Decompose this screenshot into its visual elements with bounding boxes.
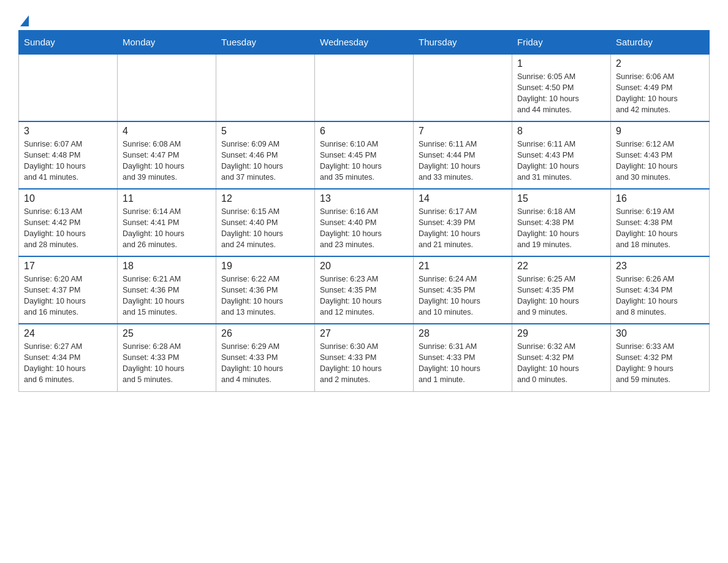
- day-cell: 7Sunrise: 6:11 AM Sunset: 4:44 PM Daylig…: [414, 121, 512, 189]
- day-cell: 11Sunrise: 6:14 AM Sunset: 4:41 PM Dayli…: [118, 189, 216, 256]
- day-info: Sunrise: 6:14 AM Sunset: 4:41 PM Dayligh…: [123, 206, 211, 251]
- day-info: Sunrise: 6:12 AM Sunset: 4:43 PM Dayligh…: [616, 139, 704, 183]
- day-info: Sunrise: 6:08 AM Sunset: 4:47 PM Dayligh…: [123, 139, 211, 183]
- day-cell: 8Sunrise: 6:11 AM Sunset: 4:43 PM Daylig…: [512, 121, 611, 189]
- day-number: 6: [320, 126, 408, 137]
- day-number: 27: [320, 328, 408, 339]
- day-info: Sunrise: 6:10 AM Sunset: 4:45 PM Dayligh…: [320, 139, 408, 183]
- day-info: Sunrise: 6:30 AM Sunset: 4:33 PM Dayligh…: [320, 341, 408, 386]
- day-cell: 30Sunrise: 6:33 AM Sunset: 4:32 PM Dayli…: [611, 324, 710, 391]
- day-info: Sunrise: 6:16 AM Sunset: 4:40 PM Dayligh…: [320, 206, 408, 251]
- day-info: Sunrise: 6:18 AM Sunset: 4:38 PM Dayligh…: [517, 206, 605, 251]
- week-row-2: 3Sunrise: 6:07 AM Sunset: 4:48 PM Daylig…: [19, 121, 710, 189]
- day-cell: 17Sunrise: 6:20 AM Sunset: 4:37 PM Dayli…: [19, 256, 118, 324]
- day-info: Sunrise: 6:21 AM Sunset: 4:36 PM Dayligh…: [123, 274, 211, 318]
- day-info: Sunrise: 6:20 AM Sunset: 4:37 PM Dayligh…: [24, 274, 112, 318]
- day-number: 18: [123, 261, 211, 272]
- day-cell: 20Sunrise: 6:23 AM Sunset: 4:35 PM Dayli…: [315, 256, 414, 324]
- day-number: 24: [24, 328, 112, 339]
- day-number: 9: [616, 126, 704, 137]
- day-number: 4: [123, 126, 211, 137]
- day-cell: 25Sunrise: 6:28 AM Sunset: 4:33 PM Dayli…: [118, 324, 216, 391]
- day-info: Sunrise: 6:13 AM Sunset: 4:42 PM Dayligh…: [24, 206, 112, 251]
- day-cell: 28Sunrise: 6:31 AM Sunset: 4:33 PM Dayli…: [414, 324, 512, 391]
- day-cell: 10Sunrise: 6:13 AM Sunset: 4:42 PM Dayli…: [19, 189, 118, 256]
- day-cell: 5Sunrise: 6:09 AM Sunset: 4:46 PM Daylig…: [216, 121, 315, 189]
- day-info: Sunrise: 6:19 AM Sunset: 4:38 PM Dayligh…: [616, 206, 704, 251]
- weekday-header-thursday: Thursday: [414, 31, 512, 55]
- weekday-header-friday: Friday: [512, 31, 611, 55]
- day-number: 25: [123, 328, 211, 339]
- day-cell: 12Sunrise: 6:15 AM Sunset: 4:40 PM Dayli…: [216, 189, 315, 256]
- week-row-3: 10Sunrise: 6:13 AM Sunset: 4:42 PM Dayli…: [19, 189, 710, 256]
- day-number: 12: [221, 193, 309, 204]
- day-cell: 1Sunrise: 6:05 AM Sunset: 4:50 PM Daylig…: [512, 54, 611, 121]
- day-cell: 29Sunrise: 6:32 AM Sunset: 4:32 PM Dayli…: [512, 324, 611, 391]
- day-cell: [118, 54, 216, 121]
- day-cell: 21Sunrise: 6:24 AM Sunset: 4:35 PM Dayli…: [414, 256, 512, 324]
- day-number: 21: [419, 261, 507, 272]
- day-cell: 27Sunrise: 6:30 AM Sunset: 4:33 PM Dayli…: [315, 324, 414, 391]
- day-info: Sunrise: 6:22 AM Sunset: 4:36 PM Dayligh…: [221, 274, 309, 318]
- day-number: 14: [419, 193, 507, 204]
- day-number: 19: [221, 261, 309, 272]
- day-number: 22: [517, 261, 605, 272]
- day-number: 29: [517, 328, 605, 339]
- day-info: Sunrise: 6:23 AM Sunset: 4:35 PM Dayligh…: [320, 274, 408, 318]
- day-number: 2: [616, 58, 704, 69]
- day-info: Sunrise: 6:29 AM Sunset: 4:33 PM Dayligh…: [221, 341, 309, 386]
- weekday-header-tuesday: Tuesday: [216, 31, 315, 55]
- calendar-table: SundayMondayTuesdayWednesdayThursdayFrid…: [18, 30, 710, 392]
- day-number: 8: [517, 126, 605, 137]
- day-cell: 15Sunrise: 6:18 AM Sunset: 4:38 PM Dayli…: [512, 189, 611, 256]
- day-number: 5: [221, 126, 309, 137]
- week-row-5: 24Sunrise: 6:27 AM Sunset: 4:34 PM Dayli…: [19, 324, 710, 391]
- day-cell: 3Sunrise: 6:07 AM Sunset: 4:48 PM Daylig…: [19, 121, 118, 189]
- page-header: [18, 12, 710, 24]
- day-number: 3: [24, 126, 112, 137]
- day-number: 17: [24, 261, 112, 272]
- day-info: Sunrise: 6:25 AM Sunset: 4:35 PM Dayligh…: [517, 274, 605, 318]
- day-info: Sunrise: 6:32 AM Sunset: 4:32 PM Dayligh…: [517, 341, 605, 386]
- day-cell: 13Sunrise: 6:16 AM Sunset: 4:40 PM Dayli…: [315, 189, 414, 256]
- day-info: Sunrise: 6:31 AM Sunset: 4:33 PM Dayligh…: [419, 341, 507, 386]
- day-number: 20: [320, 261, 408, 272]
- day-number: 30: [616, 328, 704, 339]
- day-info: Sunrise: 6:26 AM Sunset: 4:34 PM Dayligh…: [616, 274, 704, 318]
- day-cell: 16Sunrise: 6:19 AM Sunset: 4:38 PM Dayli…: [611, 189, 710, 256]
- day-cell: 23Sunrise: 6:26 AM Sunset: 4:34 PM Dayli…: [611, 256, 710, 324]
- day-number: 23: [616, 261, 704, 272]
- day-number: 13: [320, 193, 408, 204]
- day-cell: 24Sunrise: 6:27 AM Sunset: 4:34 PM Dayli…: [19, 324, 118, 391]
- day-info: Sunrise: 6:17 AM Sunset: 4:39 PM Dayligh…: [419, 206, 507, 251]
- week-row-1: 1Sunrise: 6:05 AM Sunset: 4:50 PM Daylig…: [19, 54, 710, 121]
- day-info: Sunrise: 6:27 AM Sunset: 4:34 PM Dayligh…: [24, 341, 112, 386]
- weekday-header-wednesday: Wednesday: [315, 31, 414, 55]
- day-cell: 18Sunrise: 6:21 AM Sunset: 4:36 PM Dayli…: [118, 256, 216, 324]
- day-info: Sunrise: 6:24 AM Sunset: 4:35 PM Dayligh…: [419, 274, 507, 318]
- weekday-header-monday: Monday: [118, 31, 216, 55]
- day-cell: 19Sunrise: 6:22 AM Sunset: 4:36 PM Dayli…: [216, 256, 315, 324]
- day-info: Sunrise: 6:05 AM Sunset: 4:50 PM Dayligh…: [517, 71, 605, 116]
- day-cell: 4Sunrise: 6:08 AM Sunset: 4:47 PM Daylig…: [118, 121, 216, 189]
- day-number: 15: [517, 193, 605, 204]
- day-number: 7: [419, 126, 507, 137]
- day-info: Sunrise: 6:09 AM Sunset: 4:46 PM Dayligh…: [221, 139, 309, 183]
- day-info: Sunrise: 6:11 AM Sunset: 4:44 PM Dayligh…: [419, 139, 507, 183]
- day-cell: [19, 54, 118, 121]
- day-cell: 22Sunrise: 6:25 AM Sunset: 4:35 PM Dayli…: [512, 256, 611, 324]
- weekday-header-saturday: Saturday: [611, 31, 710, 55]
- day-cell: [414, 54, 512, 121]
- week-row-4: 17Sunrise: 6:20 AM Sunset: 4:37 PM Dayli…: [19, 256, 710, 324]
- day-info: Sunrise: 6:33 AM Sunset: 4:32 PM Dayligh…: [616, 341, 704, 386]
- day-cell: [315, 54, 414, 121]
- day-cell: 9Sunrise: 6:12 AM Sunset: 4:43 PM Daylig…: [611, 121, 710, 189]
- day-cell: 6Sunrise: 6:10 AM Sunset: 4:45 PM Daylig…: [315, 121, 414, 189]
- day-cell: 26Sunrise: 6:29 AM Sunset: 4:33 PM Dayli…: [216, 324, 315, 391]
- logo: [18, 12, 29, 24]
- day-number: 11: [123, 193, 211, 204]
- day-number: 16: [616, 193, 704, 204]
- day-info: Sunrise: 6:11 AM Sunset: 4:43 PM Dayligh…: [517, 139, 605, 183]
- day-number: 26: [221, 328, 309, 339]
- day-number: 1: [517, 58, 605, 69]
